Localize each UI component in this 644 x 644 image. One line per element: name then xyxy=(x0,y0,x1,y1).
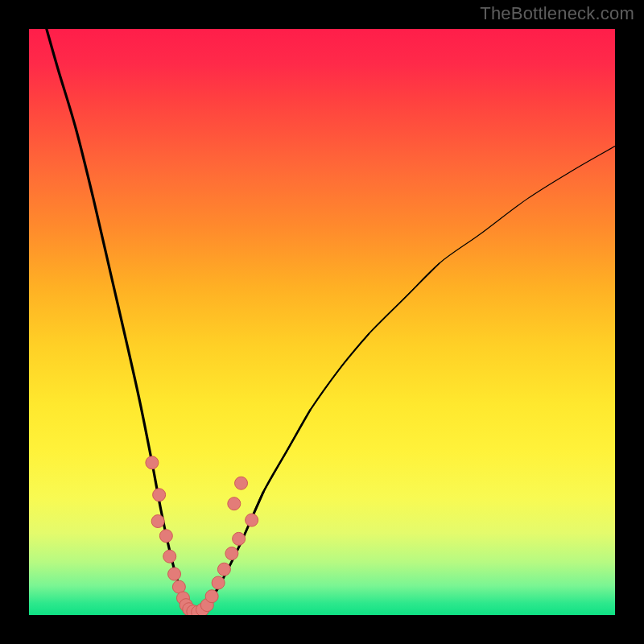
data-point-marker xyxy=(233,532,246,545)
chart-marker-layer xyxy=(146,456,258,615)
curve-right-branch-seg xyxy=(310,263,439,410)
data-point-marker xyxy=(205,590,218,603)
data-point-marker xyxy=(228,497,241,510)
chart-plot-area xyxy=(29,29,615,615)
data-point-marker xyxy=(163,550,176,563)
data-point-marker xyxy=(146,456,159,469)
chart-curve-layer xyxy=(47,29,615,613)
data-point-marker xyxy=(151,515,164,528)
curve-left-branch xyxy=(47,29,195,613)
data-point-marker xyxy=(153,489,166,502)
curve-right-branch-seg xyxy=(263,334,369,493)
chart-outer-frame: TheBottleneck.com xyxy=(0,0,644,644)
curve-right-branch-seg xyxy=(369,147,615,334)
data-point-marker xyxy=(235,477,248,489)
data-point-marker xyxy=(159,530,172,543)
data-point-marker xyxy=(212,576,225,589)
watermark-text: TheBottleneck.com xyxy=(480,3,634,24)
data-point-marker xyxy=(225,547,238,560)
chart-svg xyxy=(29,29,615,615)
data-point-marker xyxy=(168,568,181,580)
data-point-marker xyxy=(246,514,258,526)
data-point-marker xyxy=(217,563,230,576)
